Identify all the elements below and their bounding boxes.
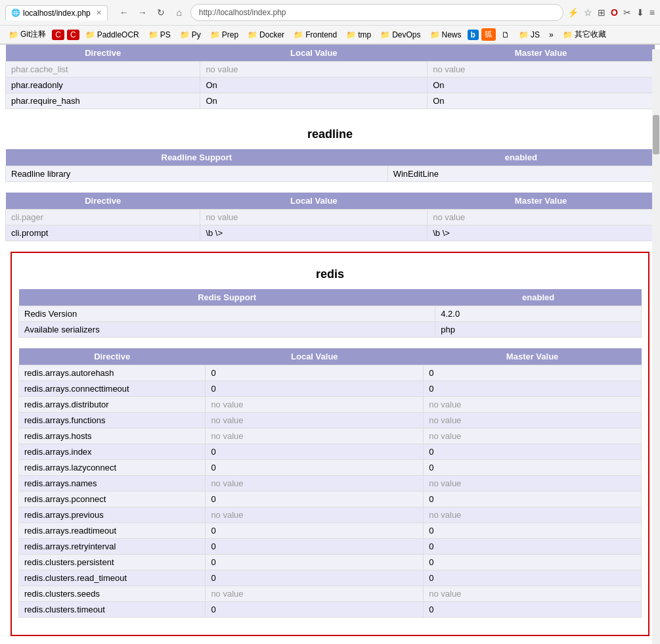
- local-cell: no value: [206, 586, 424, 602]
- local-cell: \b \>: [200, 225, 428, 241]
- master-cell: 0: [424, 602, 642, 618]
- directive-cell: cli.pager: [6, 210, 200, 225]
- redis-version-value: 4.2.0: [435, 306, 642, 322]
- forward-button[interactable]: →: [135, 5, 150, 20]
- content-wrapper: Directive Local Value Master Value phar.…: [0, 45, 660, 636]
- bookmark-ps[interactable]: 📁 PS: [145, 29, 174, 41]
- bookmark-frontend[interactable]: 📁 Frontend: [290, 29, 340, 41]
- readline-directives-table: Directive Local Value Master Value cli.p…: [5, 193, 655, 241]
- directive-cell: redis.arrays.hosts: [19, 428, 206, 444]
- bookmark-prep[interactable]: 📁 Prep: [207, 29, 242, 41]
- directive-cell: redis.arrays.functions: [19, 413, 206, 428]
- master-cell: no value: [428, 62, 655, 78]
- table-row: redis.arrays.namesno valueno value: [19, 476, 642, 492]
- readline-master-header: Master Value: [428, 193, 655, 210]
- reload-button[interactable]: ↻: [154, 5, 168, 20]
- master-cell: 0: [424, 523, 642, 539]
- bookmark-docker[interactable]: 📁 Docker: [244, 29, 288, 41]
- bookmark-git[interactable]: 📁 Git注释: [5, 28, 49, 41]
- bookmark-page-icon[interactable]: 🗋: [498, 29, 513, 41]
- scrollbar-track[interactable]: [652, 49, 660, 639]
- page-content: Directive Local Value Master Value phar.…: [0, 45, 660, 639]
- back-button[interactable]: ←: [117, 5, 131, 20]
- master-cell: \b \>: [428, 225, 655, 241]
- redis-support-header: Redis Support: [19, 289, 435, 306]
- browser-tab[interactable]: 🌐 localhost/index.php ✕: [5, 5, 108, 20]
- home-button[interactable]: ⌂: [172, 5, 187, 20]
- master-cell: 0: [424, 555, 642, 570]
- phar-master-header: Master Value: [428, 45, 655, 62]
- bookmark-tmp-label: tmp: [358, 30, 371, 39]
- table-row: phar.readonly On On: [6, 78, 655, 93]
- bookmark-c1-label: C: [55, 30, 61, 39]
- readline-section-title: readline: [5, 120, 655, 149]
- bookmark-bing[interactable]: b: [468, 30, 479, 40]
- scissors-icon[interactable]: ✂: [623, 7, 631, 18]
- bookmarks-bar: 📁 Git注释 C C 📁 PaddleOCR 📁 PS 📁 Py 📁 Prep…: [0, 26, 660, 44]
- bookmark-news[interactable]: 📁 News: [427, 29, 465, 41]
- readline-library-value: WinEditLine: [387, 166, 654, 182]
- bookmark-py-label: Py: [192, 30, 201, 39]
- local-cell: 0: [206, 570, 424, 586]
- master-cell: no value: [424, 397, 642, 413]
- table-row: redis.arrays.index00: [19, 444, 642, 460]
- git-folder-icon: 📁: [9, 30, 18, 39]
- lightning-icon[interactable]: ⚡: [567, 7, 579, 18]
- bookmark-paddleocr[interactable]: 📁 PaddleOCR: [82, 29, 143, 41]
- js-folder-icon: 📁: [519, 30, 529, 39]
- bookmark-git-label: Git注释: [20, 29, 46, 40]
- tab-close-icon[interactable]: ✕: [96, 9, 102, 17]
- table-row: redis.arrays.connecttimeout00: [19, 381, 642, 397]
- redis-section: redis Redis Support enabled Redis Versio…: [11, 252, 649, 636]
- table-row: redis.arrays.functionsno valueno value: [19, 413, 642, 428]
- master-cell: 0: [424, 381, 642, 397]
- opera-icon[interactable]: O: [611, 7, 618, 18]
- download-icon[interactable]: ⬇: [636, 7, 644, 18]
- table-row: cli.pager no value no value: [6, 210, 655, 225]
- browser-icons-group: ⚡ ☆ ⊞ O ✂ ⬇ ≡: [567, 7, 655, 18]
- bookmark-devops[interactable]: 📁 DevOps: [377, 29, 424, 41]
- directive-cell: redis.clusters.read_timeout: [19, 570, 206, 586]
- master-cell: no value: [428, 210, 655, 225]
- table-row: redis.arrays.hostsno valueno value: [19, 428, 642, 444]
- table-row: redis.arrays.autorehash00: [19, 365, 642, 381]
- bookmark-js[interactable]: 📁 JS: [516, 29, 543, 41]
- address-bar[interactable]: http://localhost/index.php: [190, 4, 563, 21]
- address-text: http://localhost/index.php: [199, 8, 286, 17]
- docker-folder-icon: 📁: [248, 30, 257, 39]
- bookmark-ps-label: PS: [160, 30, 171, 39]
- star-icon[interactable]: ☆: [584, 7, 592, 18]
- table-row: redis.arrays.previousno valueno value: [19, 507, 642, 523]
- bookmark-py[interactable]: 📁 Py: [177, 29, 204, 41]
- table-row: phar.require_hash On On: [6, 93, 655, 109]
- directive-cell: redis.arrays.index: [19, 444, 206, 460]
- bookmark-tmp[interactable]: 📁 tmp: [343, 29, 374, 41]
- master-cell: 0: [424, 444, 642, 460]
- table-row: redis.arrays.lazyconnect00: [19, 460, 642, 476]
- bookmark-more[interactable]: »: [546, 29, 557, 41]
- bookmark-other[interactable]: 📁 其它收藏: [560, 28, 609, 41]
- extension-icon[interactable]: ⊞: [598, 7, 605, 18]
- redis-serializers-value: php: [435, 322, 642, 338]
- bookmark-c1[interactable]: C: [52, 30, 64, 40]
- master-cell: no value: [424, 476, 642, 492]
- bookmark-fox[interactable]: 狐: [481, 28, 496, 41]
- directive-cell: redis.arrays.autorehash: [19, 365, 206, 381]
- scrollbar-thumb[interactable]: [653, 115, 659, 154]
- tab-title: localhost/index.php: [23, 9, 91, 18]
- table-row: redis.arrays.readtimeout00: [19, 523, 642, 539]
- readline-support-value-header: enabled: [387, 149, 654, 166]
- redis-version-label: Redis Version: [19, 306, 435, 322]
- bookmark-frontend-label: Frontend: [305, 30, 337, 39]
- table-row: cli.prompt \b \> \b \>: [6, 225, 655, 241]
- prep-folder-icon: 📁: [210, 30, 220, 39]
- readline-local-header: Local Value: [200, 193, 428, 210]
- page-icon: 🗋: [502, 30, 510, 39]
- local-cell: no value: [200, 62, 428, 78]
- bookmark-devops-label: DevOps: [392, 30, 420, 39]
- tab-favicon: 🌐: [11, 9, 20, 17]
- bookmark-c2[interactable]: C: [67, 30, 79, 40]
- table-row: Redis Version 4.2.0: [19, 306, 642, 322]
- local-cell: no value: [206, 507, 424, 523]
- menu-icon[interactable]: ≡: [649, 7, 655, 18]
